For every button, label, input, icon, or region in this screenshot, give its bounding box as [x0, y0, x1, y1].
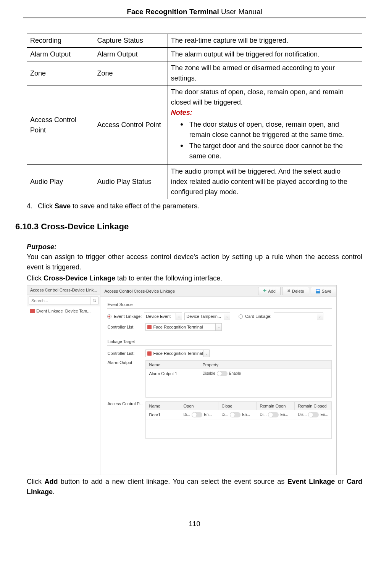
left-panel: Access Control Cross-Device Link... Even…	[27, 285, 100, 475]
delete-button[interactable]: Delete	[282, 287, 309, 295]
toggle[interactable]	[308, 412, 319, 417]
page-number: 110	[23, 520, 366, 528]
x-icon	[287, 288, 291, 293]
event-linkage-radio[interactable]	[107, 314, 111, 319]
acp-door-name: Door1	[146, 412, 180, 417]
card-linkage-label: Card Linkage:	[245, 314, 271, 319]
toggle[interactable]	[192, 412, 202, 417]
tree-item-label: Event Linkage_Device Tam...	[36, 309, 90, 313]
save-icon	[316, 289, 320, 293]
table-cell: The door status of open, close, remain o…	[168, 85, 362, 165]
table-cell: Alarm Output	[27, 48, 94, 61]
table-cell: Audio Play Status	[94, 165, 168, 199]
step-pre: Click	[38, 202, 55, 210]
table-row: Audio PlayAudio Play StatusThe audio pro…	[27, 165, 362, 199]
purpose-label: Purpose:	[27, 243, 362, 251]
section-heading: 6.10.3 Cross-Device Linkage	[15, 222, 362, 232]
event-source-legend: Event Source	[107, 301, 331, 308]
event-linkage-label: Event Linkage:	[114, 314, 142, 319]
table-header: Remain Closed	[295, 402, 331, 410]
controller-list-label: Controller List	[107, 325, 143, 329]
acp-toggle-cell: Di...En...	[257, 412, 295, 417]
card-linkage-radio[interactable]	[239, 314, 243, 319]
alarm-output-table: Name Property Alarm Output 1 Disable	[145, 360, 331, 398]
step-number: 4.	[27, 202, 36, 210]
toggle[interactable]	[268, 412, 279, 417]
table-row: Alarm OutputAlarm OutputThe alarm output…	[27, 48, 362, 61]
table-header: Name	[146, 402, 180, 410]
search-box[interactable]	[29, 296, 98, 305]
lt-controller-label: Controller List:	[107, 351, 143, 356]
table-row: ZoneZoneThe zone will be armed or disarm…	[27, 61, 362, 85]
purpose-text: You can assign to trigger other access c…	[27, 252, 362, 272]
table-cell: The audio prompt will be triggered. And …	[168, 165, 362, 199]
header-title-rest: User Manual	[219, 8, 262, 16]
table-cell: Access Control Point	[94, 85, 168, 165]
tree-item[interactable]: Event Linkage_Device Tam...	[29, 308, 98, 314]
event-type-select[interactable]: Device Event⌄	[144, 313, 182, 320]
svg-line-1	[95, 301, 96, 302]
chevron-down-icon: ⌄	[203, 350, 209, 357]
click-tab-text: Click Cross-Device Linkage tab to enter …	[27, 273, 362, 284]
left-panel-title: Access Control Cross-Device Link...	[27, 285, 100, 295]
toolbar-title: Access Control Cross-Device Linkage	[103, 289, 257, 293]
chevron-down-icon: ⌄	[224, 313, 230, 320]
acp-table: NameOpenCloseRemain OpenRemain Closed Do…	[145, 401, 331, 439]
device-icon	[147, 325, 152, 329]
step-post: to save and take effect of the parameter…	[71, 202, 199, 210]
table-row: Alarm Output 1 Disable Enable	[146, 369, 331, 378]
acp-toggle-cell: Dis...En...	[295, 412, 331, 417]
table-cell: Zone	[94, 61, 168, 85]
embedded-screenshot: Access Control Cross-Device Link... Even…	[27, 285, 337, 475]
lt-controller-select[interactable]: Face Recognition Terminal⌄	[145, 350, 210, 357]
after-screenshot-text: Click Add button to add a new client lin…	[27, 477, 362, 497]
table-cell: Alarm Output	[94, 48, 168, 61]
linkage-tree: Event Linkage_Device Tam...	[27, 306, 100, 475]
save-button[interactable]: Save	[311, 287, 336, 295]
toolbar: Access Control Cross-Device Linkage Add …	[100, 285, 337, 297]
right-panel: Access Control Cross-Device Linkage Add …	[100, 285, 337, 475]
search-input[interactable]	[29, 298, 90, 303]
toggle[interactable]	[217, 371, 228, 376]
card-linkage-select[interactable]: ⌄	[274, 313, 323, 320]
table-header: Open	[180, 402, 218, 410]
chevron-down-icon: ⌄	[317, 313, 323, 320]
linkage-table: RecordingCapture StatusThe real-time cap…	[27, 34, 362, 199]
table-row: RecordingCapture StatusThe real-time cap…	[27, 34, 362, 48]
acp-toggle-cell: Di...En...	[180, 412, 218, 417]
table-header: Close	[218, 402, 257, 410]
acp-label: Access Control P...	[107, 401, 143, 406]
table-row: Door1Di...En...Di...En...Di...En...Dis..…	[146, 410, 331, 419]
search-icon[interactable]	[90, 297, 98, 304]
controller-select[interactable]: Face Recognition Terminal⌄	[145, 323, 222, 331]
page-header: Face Recognition Terminal User Manual	[23, 8, 366, 18]
table-cell: Audio Play	[27, 165, 94, 199]
chevron-down-icon: ⌄	[215, 324, 221, 330]
device-icon	[147, 351, 152, 356]
device-icon	[30, 309, 35, 313]
table-header: Name	[146, 361, 199, 369]
add-button[interactable]: Add	[258, 287, 281, 295]
table-row: Access Control PointAccess Control Point…	[27, 85, 362, 165]
event-detail-select[interactable]: Device Tamperin...⌄	[184, 313, 230, 320]
notes-label: Notes:	[171, 108, 359, 118]
step-4: 4. Click Save to save and take effect of…	[15, 202, 362, 210]
table-cell: Zone	[27, 61, 94, 85]
step-bold: Save	[55, 202, 71, 210]
header-title-bold: Face Recognition Terminal	[127, 8, 219, 16]
table-cell: The zone will be armed or disarmed accor…	[168, 61, 362, 85]
table-cell: Capture Status	[94, 34, 168, 48]
bullet-item: The door status of open, close, remain o…	[180, 119, 359, 140]
table-header: Property	[199, 361, 331, 369]
svg-point-0	[93, 299, 95, 301]
table-cell: The real-time capture will be triggered.	[168, 34, 362, 48]
alarm-output-label: Alarm Output	[107, 360, 143, 365]
table-cell: The alarm output will be triggered for n…	[168, 48, 362, 61]
toggle[interactable]	[230, 412, 241, 417]
table-cell: Recording	[27, 34, 94, 48]
plus-icon	[263, 288, 266, 293]
chevron-down-icon: ⌄	[176, 313, 182, 320]
linkage-target-legend: Linkage Target	[107, 338, 331, 345]
table-header: Remain Open	[257, 402, 295, 410]
acp-toggle-cell: Di...En...	[218, 412, 257, 417]
